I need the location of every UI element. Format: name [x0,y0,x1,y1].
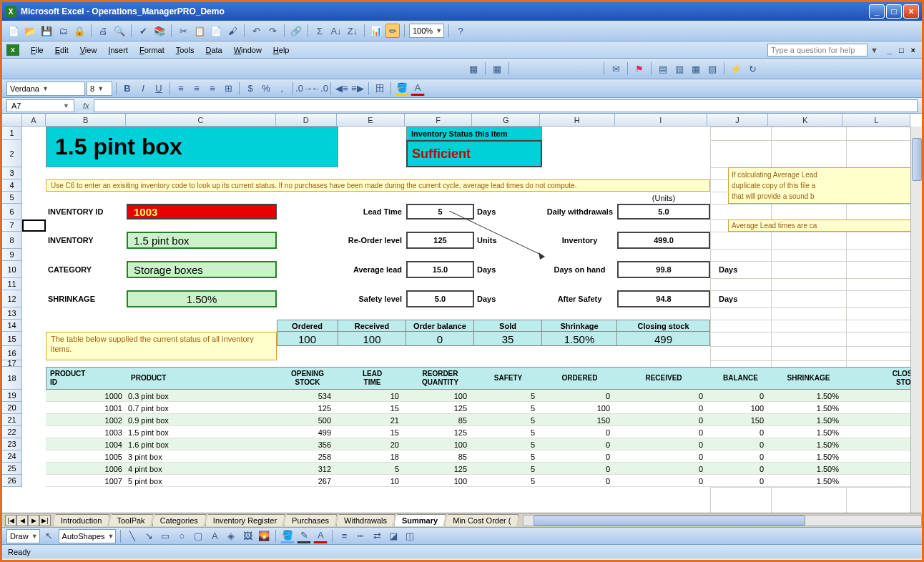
doc-close-button[interactable]: × [909,46,918,54]
picture-icon[interactable]: 🌄 [257,529,271,543]
days4[interactable]: Days [474,290,542,307]
col-header-L[interactable]: L [842,114,910,126]
arrow-icon[interactable]: ↘ [142,529,156,543]
col-header-D[interactable]: D [276,114,338,126]
tr3-3[interactable]: 15 [338,426,406,438]
units1[interactable]: Units [474,232,542,249]
tr0-9[interactable]: 1.50% [771,390,846,402]
tr4-0[interactable]: 1004 [46,438,127,450]
tr7-9[interactable]: 1.50% [771,475,846,487]
row-header-24[interactable]: 24 [2,450,22,463]
open-icon[interactable]: 📂 [23,24,37,38]
print-icon[interactable]: 🖨 [96,24,110,38]
tr5-2[interactable]: 258 [277,450,338,463]
safety-value[interactable]: 5.0 [406,290,474,307]
tr1-9[interactable]: 1.50% [771,402,846,414]
tr6-5[interactable]: 5 [474,463,542,475]
row-header-1[interactable]: 1 [2,127,22,140]
wordart-icon[interactable]: A [207,529,222,543]
tr2-2[interactable]: 500 [277,414,338,426]
tab-introduction[interactable]: Introduction [53,514,109,526]
tr5-3[interactable]: 18 [338,450,406,463]
spreadsheet-grid[interactable]: ABCDEFGHIJKL 123456789101112131415161718… [2,114,922,513]
textbox-icon[interactable]: ▢ [191,529,205,543]
arrowstyle-icon[interactable]: ⇄ [370,529,384,543]
tr5-1[interactable]: 3 pint box [127,450,277,463]
col-header-G[interactable]: G [472,114,540,126]
permission-icon[interactable]: 🔒 [72,24,87,38]
dashstyle-icon[interactable]: ┅ [353,529,368,543]
menu-window[interactable]: Window [228,44,267,56]
tr2-3[interactable]: 21 [338,414,406,426]
dayshand-value[interactable]: 99.8 [617,261,710,278]
tab-min-cost-order-([interactable]: Min Cost Order ( [445,514,518,526]
zoom-combo[interactable]: 100%▼ [409,24,444,38]
tr2-6[interactable]: 150 [542,414,617,426]
shadow-icon[interactable]: ◪ [386,529,400,543]
sum-val-0[interactable]: 100 [277,332,338,346]
new-icon[interactable]: 📄 [6,24,21,38]
tbl-hdr-5[interactable]: SAFETY [474,367,542,390]
status-value[interactable]: Sufficient [406,140,542,167]
row-header-8[interactable]: 8 [2,232,22,249]
grid3-icon[interactable]: ▦ [689,61,703,76]
tr4-5[interactable]: 5 [474,438,542,450]
refresh-icon[interactable]: ↻ [745,61,760,76]
units-header[interactable]: (Units) [617,192,710,204]
tr4-3[interactable]: 20 [338,438,406,450]
linecolor-icon[interactable]: ✎ [297,529,311,543]
tab-first-button[interactable]: |◀ [5,515,16,526]
tr2-7[interactable]: 0 [617,414,710,426]
tr1-2[interactable]: 125 [277,402,338,414]
tr2-0[interactable]: 1002 [46,414,127,426]
aftersafety-value[interactable]: 94.8 [617,290,710,307]
table-note[interactable]: The table below supplied the current sta… [46,332,277,360]
hyperlink-icon[interactable]: 🔗 [289,24,303,38]
tr4-9[interactable]: 1.50% [771,438,846,450]
tr6-8[interactable]: 0 [710,463,771,475]
row-header-12[interactable]: 12 [2,290,22,307]
row-header-13[interactable]: 13 [2,307,22,320]
tr3-7[interactable]: 0 [617,426,710,438]
drawing-icon[interactable]: ✏ [385,24,400,38]
currency-icon[interactable]: $ [243,82,257,96]
col-header-J[interactable]: J [707,114,768,126]
inc-indent-icon[interactable]: ≡▶ [350,82,365,96]
3d-icon[interactable]: ◫ [403,529,417,543]
tr6-3[interactable]: 5 [338,463,406,475]
align-center-icon[interactable]: ≡ [190,82,204,96]
tr4-7[interactable]: 0 [617,438,710,450]
autoshapes-menu[interactable]: AutoShapes▼ [59,529,117,543]
sum-val-5[interactable]: 499 [617,332,710,346]
tr6-6[interactable]: 0 [542,463,617,475]
vertical-scrollbar[interactable] [910,127,922,513]
col-header-E[interactable]: E [337,114,405,126]
inv-id-value[interactable]: 1003 [127,204,277,220]
tr1-3[interactable]: 15 [338,402,406,414]
tr0-1[interactable]: 0.3 pint box [127,390,277,402]
status-label[interactable]: Inventory Status this item [406,127,542,140]
sum-hdr-1[interactable]: Received [338,320,406,332]
tr7-0[interactable]: 1007 [46,475,127,487]
grid1-icon[interactable]: ▤ [656,61,670,76]
sum-hdr-4[interactable]: Shrinkage [542,320,617,332]
tr6-4[interactable]: 125 [406,463,474,475]
dailyw-label[interactable]: Daily withdrawals [542,204,617,220]
font-combo[interactable]: Verdana▼ [6,82,85,96]
reorder-value[interactable]: 125 [406,232,474,249]
sort-asc-icon[interactable]: A↓ [329,24,343,38]
col-header-I[interactable]: I [615,114,707,126]
days2[interactable]: Days [474,261,542,278]
menu-tools[interactable]: Tools [170,44,200,56]
tr2-9[interactable]: 1.50% [771,414,846,426]
col-header-B[interactable]: B [46,114,127,126]
shrink-label[interactable]: SHRINKAGE [46,290,127,307]
sum-hdr-3[interactable]: Sold [474,320,542,332]
row-header-16[interactable]: 16 [2,346,22,360]
tbl-hdr-1[interactable]: PRODUCT [127,367,277,390]
tr3-5[interactable]: 5 [474,426,542,438]
merge-icon[interactable]: ⊞ [221,82,235,96]
inv-value[interactable]: 1.5 pint box [127,232,277,249]
chart-icon[interactable]: 📊 [369,24,383,38]
tr3-1[interactable]: 1.5 pint box [127,426,277,438]
